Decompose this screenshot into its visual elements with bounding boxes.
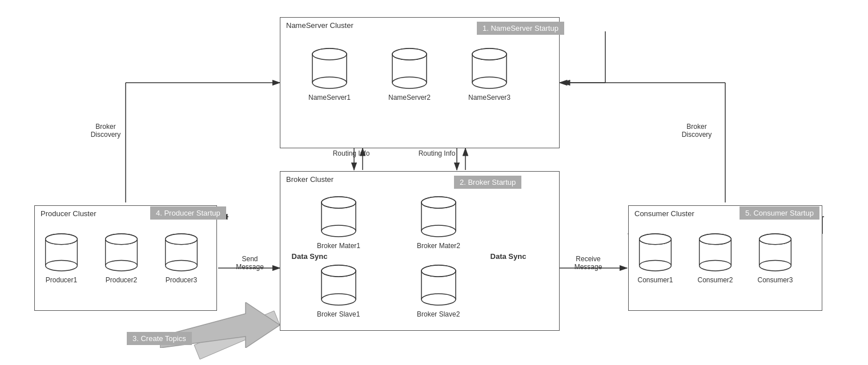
producer3-cylinder: Producer3 <box>163 231 200 284</box>
broker-master2-label: Broker Mater2 <box>417 242 460 250</box>
svg-point-75 <box>166 260 198 271</box>
broker-master2-cylinder: Broker Mater2 <box>417 194 460 250</box>
svg-point-80 <box>640 260 672 271</box>
nameserver1-label: NameServer1 <box>308 94 351 102</box>
svg-point-76 <box>166 234 198 245</box>
producer-cluster-label: Producer Cluster <box>41 209 97 218</box>
svg-point-85 <box>700 260 732 271</box>
svg-point-60 <box>421 294 456 305</box>
consumer3-label: Consumer3 <box>757 276 793 284</box>
broker-slave2-cylinder: Broker Slave2 <box>417 262 460 318</box>
svg-point-61 <box>421 265 456 277</box>
svg-point-70 <box>106 260 138 271</box>
consumer1-cylinder: Consumer1 <box>637 231 674 284</box>
send-message-label: SendMessage <box>228 255 271 271</box>
svg-point-31 <box>312 48 347 60</box>
svg-point-30 <box>312 77 347 88</box>
svg-point-65 <box>46 260 78 271</box>
svg-point-46 <box>322 197 356 208</box>
broker-slave1-cylinder: Broker Slave1 <box>317 262 360 318</box>
architecture-diagram: NameServer Cluster 1. NameServer Startup… <box>0 0 868 365</box>
step2-label: 2. Broker Startup <box>454 176 521 189</box>
consumer2-cylinder: Consumer2 <box>697 231 734 284</box>
receive-message-label: ReceiveMessage <box>565 255 611 271</box>
nameserver3-cylinder: NameServer3 <box>468 46 511 102</box>
nameserver3-label: NameServer3 <box>468 94 511 102</box>
svg-point-66 <box>46 234 78 245</box>
producer2-cylinder: Producer2 <box>103 231 140 284</box>
svg-point-90 <box>760 260 791 271</box>
broker-cluster-label: Broker Cluster <box>286 175 333 184</box>
svg-point-86 <box>700 234 732 245</box>
svg-point-71 <box>106 234 138 245</box>
broker-master1-cylinder: Broker Mater1 <box>317 194 360 250</box>
consumer2-label: Consumer2 <box>697 276 733 284</box>
svg-point-41 <box>472 48 507 60</box>
svg-point-51 <box>421 197 456 208</box>
broker-slave2-label: Broker Slave2 <box>417 310 460 318</box>
svg-point-45 <box>322 225 356 237</box>
svg-point-40 <box>472 77 507 88</box>
producer3-label: Producer3 <box>166 276 197 284</box>
routing-info-right-label: Routing Info <box>411 149 463 157</box>
step4-label: 4. Producer Startup <box>150 206 226 220</box>
svg-point-50 <box>421 225 456 237</box>
nameserver1-cylinder: NameServer1 <box>308 46 351 102</box>
svg-point-35 <box>392 77 427 88</box>
producer1-label: Producer1 <box>46 276 77 284</box>
svg-point-91 <box>760 234 791 245</box>
step3-label: 3. Create Topics <box>127 332 192 345</box>
svg-point-36 <box>392 48 427 60</box>
nameserver-cluster-label: NameServer Cluster <box>286 21 353 30</box>
svg-point-56 <box>322 265 356 277</box>
data-sync-right-label: Data Sync <box>483 252 534 261</box>
nameserver2-label: NameServer2 <box>388 94 431 102</box>
svg-point-81 <box>640 234 672 245</box>
nameserver2-cylinder: NameServer2 <box>388 46 431 102</box>
svg-point-55 <box>322 294 356 305</box>
broker-discovery-right-label: BrokerDiscovery <box>671 123 722 139</box>
consumer1-label: Consumer1 <box>637 276 673 284</box>
routing-info-left-label: Routing Info <box>326 149 377 157</box>
step1-label: 1. NameServer Startup <box>477 22 564 35</box>
producer1-cylinder: Producer1 <box>43 231 80 284</box>
broker-slave1-label: Broker Slave1 <box>317 310 360 318</box>
consumer3-cylinder: Consumer3 <box>757 231 794 284</box>
broker-master1-label: Broker Mater1 <box>317 242 360 250</box>
producer2-label: Producer2 <box>106 276 137 284</box>
broker-discovery-left-label: BrokerDiscovery <box>80 123 131 139</box>
data-sync-left-label: Data Sync <box>284 252 335 261</box>
consumer-cluster-label: Consumer Cluster <box>634 209 694 218</box>
step5-label: 5. Consumer Startup <box>740 206 819 220</box>
